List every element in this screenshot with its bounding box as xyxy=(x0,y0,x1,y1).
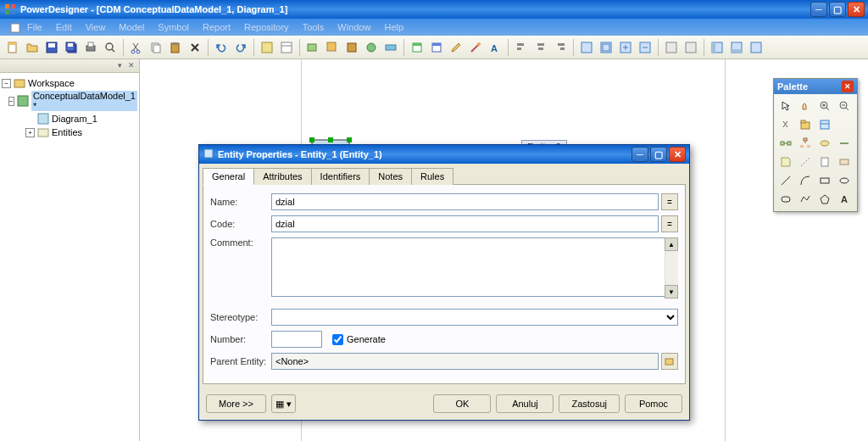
tab-attributes[interactable]: Attributes xyxy=(253,168,311,185)
tool-d-icon[interactable] xyxy=(362,38,381,57)
tab-rules[interactable]: Rules xyxy=(411,168,453,185)
panel-3-icon[interactable] xyxy=(747,38,765,57)
tree-dropdown-icon[interactable]: ▾ xyxy=(114,59,125,71)
cut-tool-icon[interactable] xyxy=(777,116,794,133)
new-icon[interactable] xyxy=(3,38,22,57)
tab-general[interactable]: General xyxy=(203,168,254,185)
tree-expand-icon[interactable]: + xyxy=(25,128,35,137)
tool-e-icon[interactable] xyxy=(381,38,400,57)
generate-checkbox[interactable] xyxy=(332,334,343,345)
cut-icon[interactable] xyxy=(127,38,146,57)
panel-2-icon[interactable] xyxy=(727,38,746,57)
dialog-close-button[interactable]: ✕ xyxy=(669,147,686,162)
code-field[interactable] xyxy=(271,215,659,232)
file-icon[interactable] xyxy=(816,154,833,170)
maximize-button[interactable]: ▢ xyxy=(829,2,846,17)
grab-icon[interactable] xyxy=(797,98,814,114)
menu-window[interactable]: Window xyxy=(331,20,377,34)
pencil-icon[interactable] xyxy=(447,38,465,57)
tree-diagram[interactable]: Diagram_1 xyxy=(2,112,137,126)
comment-field[interactable] xyxy=(271,237,678,297)
minimize-button[interactable]: ─ xyxy=(810,2,827,17)
pointer-icon[interactable] xyxy=(777,98,794,114)
tab-identifiers[interactable]: Identifiers xyxy=(311,168,370,185)
menu-view[interactable]: View xyxy=(79,20,113,34)
palette-window[interactable]: Palette ✕ A xyxy=(773,78,858,212)
menu-button[interactable]: ▦ ▾ xyxy=(271,394,296,413)
polygon-icon[interactable] xyxy=(816,191,833,208)
round-rect-icon[interactable] xyxy=(777,191,794,208)
parent-field[interactable] xyxy=(271,353,659,370)
dialog-minimize-button[interactable]: ─ xyxy=(632,147,648,162)
help-button[interactable]: Pomoc xyxy=(625,394,682,413)
text-tool-icon[interactable]: A xyxy=(836,191,853,208)
scroll-down-icon[interactable]: ▼ xyxy=(665,285,678,299)
tool-b-icon[interactable] xyxy=(323,38,342,57)
find-icon[interactable] xyxy=(258,38,276,57)
tree-model[interactable]: − ConceptualDataModel_1 * xyxy=(2,90,137,112)
title-icon[interactable] xyxy=(836,154,853,170)
menu-report[interactable]: Report xyxy=(196,20,237,34)
menu-tools[interactable]: Tools xyxy=(296,20,331,34)
props-icon[interactable] xyxy=(277,38,296,57)
zoom-in-icon[interactable] xyxy=(816,98,833,114)
palette-close-icon[interactable]: ✕ xyxy=(842,81,854,92)
tree-close-icon[interactable]: ✕ xyxy=(125,59,137,71)
copy-icon[interactable] xyxy=(147,38,165,57)
undo-icon[interactable] xyxy=(212,38,231,57)
link-icon[interactable] xyxy=(836,135,853,152)
parent-browse-button[interactable] xyxy=(661,353,678,370)
close-button[interactable]: ✕ xyxy=(848,2,865,17)
text-icon[interactable]: A xyxy=(486,38,504,57)
paste-icon[interactable] xyxy=(166,38,185,57)
redo-icon[interactable] xyxy=(231,38,250,57)
tree-root[interactable]: − Workspace xyxy=(2,76,137,90)
zoom-3-icon[interactable] xyxy=(616,38,635,57)
menu-help[interactable]: Help xyxy=(377,20,410,34)
cancel-button[interactable]: Anuluj xyxy=(496,394,554,413)
association-icon[interactable] xyxy=(816,135,833,152)
tool-a-icon[interactable] xyxy=(303,38,322,57)
tool-f-icon[interactable] xyxy=(408,38,426,57)
open-icon[interactable] xyxy=(23,38,42,57)
dialog-titlebar[interactable]: Entity Properties - Entity_1 (Entity_1) … xyxy=(199,145,689,164)
menu-file[interactable]: File xyxy=(20,20,49,34)
package-icon[interactable] xyxy=(797,116,814,133)
inheritance-icon[interactable] xyxy=(797,135,814,152)
line-icon[interactable] xyxy=(777,172,794,189)
align-l-icon[interactable] xyxy=(512,38,531,57)
blank-icon[interactable] xyxy=(836,116,853,133)
save-icon[interactable] xyxy=(42,38,61,57)
panel-1-icon[interactable] xyxy=(708,38,726,57)
align-c-icon[interactable] xyxy=(531,38,550,57)
view-1-icon[interactable] xyxy=(662,38,681,57)
name-field[interactable] xyxy=(271,193,659,210)
scroll-up-icon[interactable]: ▲ xyxy=(665,237,678,251)
delete-icon[interactable] xyxy=(186,38,204,57)
menu-symbol[interactable]: Symbol xyxy=(151,20,196,34)
view-2-icon[interactable] xyxy=(682,38,700,57)
dialog-maximize-button[interactable]: ▢ xyxy=(650,147,667,162)
wand-icon[interactable] xyxy=(466,38,485,57)
print-icon[interactable] xyxy=(81,38,100,57)
name-options-button[interactable]: = xyxy=(661,193,678,210)
tree-entities[interactable]: + Entities xyxy=(2,126,137,139)
tree-collapse-icon[interactable]: − xyxy=(8,97,14,106)
zoom-out-icon[interactable] xyxy=(836,98,853,114)
more-button[interactable]: More >> xyxy=(206,394,266,413)
rect-icon[interactable] xyxy=(816,172,833,189)
tab-notes[interactable]: Notes xyxy=(369,168,412,185)
tree-collapse-icon[interactable]: − xyxy=(2,79,11,88)
ellipse-icon[interactable] xyxy=(836,172,853,189)
menu-repository[interactable]: Repository xyxy=(237,20,296,34)
entity-icon[interactable] xyxy=(816,116,833,133)
zoom-4-icon[interactable] xyxy=(636,38,654,57)
ok-button[interactable]: OK xyxy=(433,394,491,413)
code-options-button[interactable]: = xyxy=(661,215,678,232)
polyline-icon[interactable] xyxy=(797,191,814,208)
menu-edit[interactable]: Edit xyxy=(49,20,79,34)
note-link-icon[interactable] xyxy=(797,154,814,170)
note-icon[interactable] xyxy=(777,154,794,170)
tool-c-icon[interactable] xyxy=(342,38,361,57)
zoom-1-icon[interactable] xyxy=(577,38,596,57)
